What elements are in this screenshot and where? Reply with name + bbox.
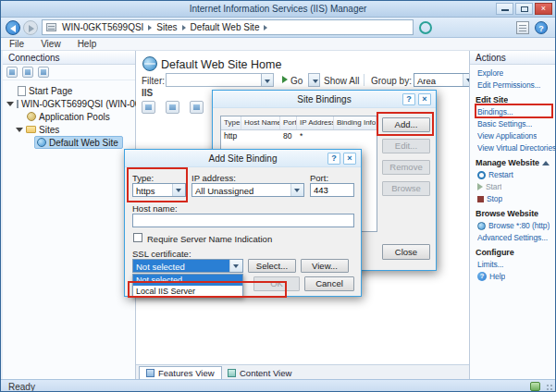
filter-dropdown-icon[interactable] (262, 73, 274, 87)
chevron-right-icon (264, 25, 267, 31)
column-header-host-name[interactable]: Host Name (241, 116, 280, 129)
menu-file[interactable]: File (1, 39, 32, 49)
page-title: Default Web Site Home (161, 58, 281, 71)
dialog-help-button[interactable]: ? (327, 153, 340, 165)
start-icon (477, 183, 483, 190)
remove-button[interactable]: Remove (382, 160, 430, 175)
add-site-binding-dialog: Add Site Binding ? × Type: https IP addr… (124, 149, 362, 297)
go-button[interactable]: Go (290, 76, 303, 86)
save-connection-icon[interactable] (6, 67, 18, 78)
column-header-type[interactable]: Type (221, 116, 241, 129)
view-tabs-bar: Features View Content View (136, 364, 469, 379)
application-pools-icon (27, 112, 36, 121)
ssl-option-local-iis-server[interactable]: Local IIS Server (133, 286, 242, 297)
server-icon (46, 23, 56, 31)
action-edit-permissions[interactable]: Edit Permissions... (477, 80, 540, 90)
action-basic-settings[interactable]: Basic Settings... (477, 119, 532, 129)
edit-button[interactable]: Edit... (382, 139, 430, 153)
features-view-tab[interactable]: Features View (139, 366, 222, 379)
minimize-button[interactable] (496, 3, 513, 15)
close-button[interactable]: × (535, 3, 552, 15)
maximize-button[interactable] (515, 3, 533, 15)
menubar: File View Help (1, 38, 555, 51)
section-browse-website: Browse Website (476, 209, 538, 218)
dialog-close-button[interactable]: × (418, 93, 431, 105)
action-help[interactable]: ? Help (477, 272, 505, 281)
cancel-button[interactable]: Cancel (304, 276, 354, 291)
column-header-binding-info[interactable]: Binding Informa... (334, 116, 377, 129)
refresh-icon[interactable] (419, 21, 432, 34)
ssl-dropdown-list: Not selected Local IIS Server (132, 274, 243, 298)
content-view-tab[interactable]: Content View (221, 366, 298, 379)
ip-address-label: IP address: (192, 173, 236, 183)
binding-row[interactable]: http 80 * (221, 130, 377, 142)
feature-icon[interactable] (190, 101, 204, 114)
titlebar: Internet Information Services (IIS) Mana… (1, 1, 555, 18)
actions-panel: Actions Explore Edit Permissions... Edit… (469, 51, 555, 379)
action-advanced-settings[interactable]: Advanced Settings... (477, 233, 548, 242)
tree-item-start-page[interactable]: Start Page (18, 84, 147, 97)
filter-input[interactable] (166, 73, 262, 87)
action-restart[interactable]: Restart (477, 170, 513, 179)
browse-globe-icon (477, 222, 486, 230)
help-icon[interactable]: ? (535, 21, 548, 34)
breadcrumb: WIN-0GKT5699QSI Sites Default Web Site (42, 19, 414, 35)
iis-manager-window: Internet Information Services (IIS) Mana… (0, 0, 556, 392)
window-title: Internet Information Services (IIS) Mana… (1, 4, 555, 14)
port-input[interactable] (310, 183, 354, 197)
collapse-icon[interactable] (542, 161, 550, 165)
stop-icon (477, 196, 484, 202)
show-all-button[interactable]: Show All (324, 76, 359, 86)
type-select[interactable]: https (132, 183, 186, 197)
back-icon (10, 25, 16, 32)
breadcrumb-segment-sites[interactable]: Sites (154, 22, 179, 32)
browse-button[interactable]: Browse (382, 181, 430, 196)
resize-grip[interactable] (546, 384, 553, 391)
website-icon (37, 138, 46, 147)
forward-button[interactable] (23, 20, 38, 35)
menu-view[interactable]: View (32, 39, 69, 49)
view-button[interactable]: View... (301, 259, 349, 273)
filter-label: Filter: (142, 76, 165, 86)
group-by-select[interactable]: Area (414, 73, 476, 87)
ssl-option-not-selected[interactable]: Not selected (133, 275, 242, 286)
dialog-close-button[interactable]: × (343, 153, 356, 165)
dialog-help-button[interactable]: ? (402, 93, 415, 105)
start-page-icon (18, 86, 26, 96)
back-button[interactable] (6, 20, 20, 35)
ssl-certificate-select[interactable]: Not selected (132, 259, 243, 273)
select-button[interactable]: Select... (248, 259, 296, 273)
action-view-applications[interactable]: View Applications (477, 131, 537, 141)
close-dialog-button[interactable]: Close (382, 244, 430, 260)
feature-pane-icon[interactable] (516, 21, 529, 34)
breadcrumb-segment-server[interactable]: WIN-0GKT5699QSI (59, 22, 146, 32)
feature-icon[interactable] (142, 101, 155, 114)
globe-icon (142, 56, 157, 71)
add-button[interactable]: Add... (382, 117, 430, 132)
show-all-dropdown-icon[interactable] (308, 73, 320, 87)
host-name-input[interactable] (132, 214, 354, 227)
tree-item-server[interactable]: WIN-0GKT5699QSI (WIN-0GKT5699QSI\Ad (6, 97, 136, 110)
column-header-port[interactable]: Port (280, 116, 297, 129)
breadcrumb-segment-site[interactable]: Default Web Site (188, 22, 263, 32)
action-browse-80[interactable]: Browse *:80 (http) (477, 221, 550, 230)
action-limits[interactable]: Limits... (477, 260, 503, 269)
action-start[interactable]: Start (477, 182, 501, 191)
action-bindings[interactable]: Bindings... (477, 107, 513, 116)
feature-icon[interactable] (166, 101, 179, 114)
ip-address-select[interactable]: All Unassigned (192, 183, 304, 197)
expand-icon[interactable] (6, 102, 14, 106)
section-configure: Configure (476, 248, 514, 257)
action-stop[interactable]: Stop (477, 194, 502, 203)
column-header-ip-address[interactable]: IP Address (297, 116, 334, 129)
expand-icon[interactable] (16, 128, 23, 132)
action-explore[interactable]: Explore (477, 68, 503, 78)
ok-button[interactable]: OK (253, 276, 300, 291)
refresh-connection-icon[interactable] (22, 67, 33, 78)
chevron-down-icon (290, 184, 303, 196)
tree-item-sites[interactable]: Sites (16, 123, 145, 136)
menu-help[interactable]: Help (69, 39, 105, 49)
action-view-virtual-directories[interactable]: View Virtual Directories (477, 143, 556, 153)
connections-toolbar-icon[interactable] (38, 67, 49, 78)
sni-checkbox[interactable] (133, 233, 142, 242)
